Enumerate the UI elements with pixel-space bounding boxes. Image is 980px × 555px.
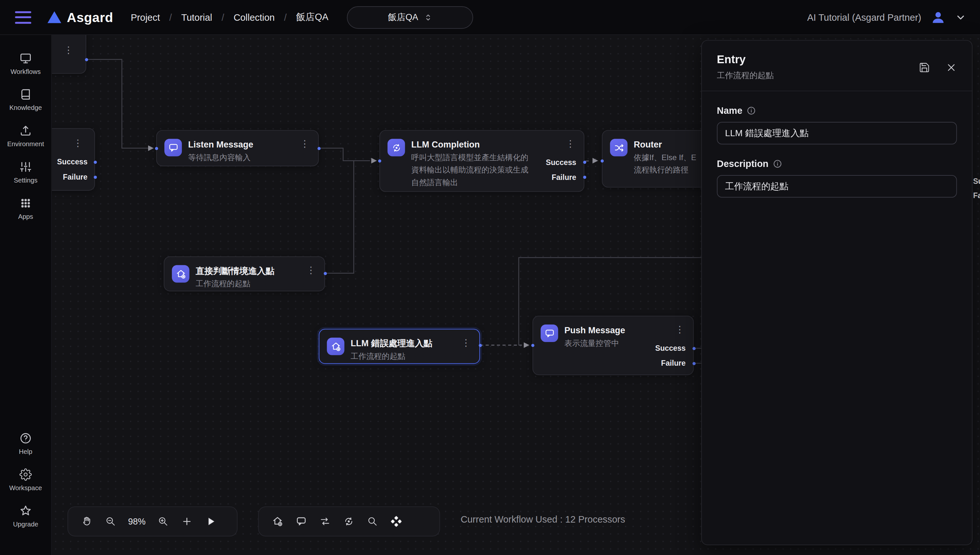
node-entry-direct[interactable]: 直接判斷情境進入點 工作流程的起點 ⋮: [164, 257, 325, 292]
entry-properties-panel: Entry 工作流程的起點 Name Description: [701, 40, 972, 545]
port-dot[interactable]: [692, 362, 695, 365]
info-icon[interactable]: [773, 159, 781, 168]
port-failure[interactable]: Failure: [661, 359, 686, 368]
port-dot[interactable]: [317, 146, 320, 150]
port-success[interactable]: Success: [655, 344, 686, 353]
kebab-menu-icon[interactable]: ⋮: [61, 45, 75, 56]
sidebar-item-apps[interactable]: Apps: [0, 190, 51, 226]
port-dot[interactable]: [378, 159, 381, 162]
app-logo[interactable]: Asgard: [48, 10, 114, 25]
chevron-down-icon[interactable]: [955, 12, 966, 23]
kebab-menu-icon[interactable]: ⋮: [70, 138, 85, 149]
port-dot[interactable]: [323, 272, 327, 275]
node-partial-left[interactable]: ⋮ Success Failure: [52, 128, 95, 191]
settings-icon: [19, 160, 32, 173]
sidebar-item-help[interactable]: Help: [0, 425, 51, 461]
breadcrumb-tutorial[interactable]: Tutorial: [181, 12, 212, 23]
port-dot[interactable]: [93, 175, 96, 179]
run-workflow-button[interactable]: [200, 512, 221, 532]
node-title: LLM 錯誤處理進入點: [351, 337, 432, 349]
sidebar-item-workflows[interactable]: Workflows: [0, 45, 51, 81]
port-dot[interactable]: [531, 343, 534, 347]
node-llm-completion[interactable]: LLM Completion 呼叫大型語言模型並產生結構化的 資料輸出以輔助流程…: [380, 130, 584, 192]
avatar-icon[interactable]: [930, 9, 946, 25]
info-icon[interactable]: [747, 106, 756, 115]
kebab-menu-icon[interactable]: ⋮: [298, 138, 312, 149]
port-dot[interactable]: [155, 146, 158, 150]
help-icon: [19, 432, 32, 444]
node-title: Push Message: [565, 324, 626, 336]
zoom-out-button[interactable]: [101, 512, 121, 532]
sidebar: Workflows Knowledge Environment Settings…: [0, 35, 52, 555]
node-entry-llm-error[interactable]: LLM 錯誤處理進入點 工作流程的起點 ⋮: [319, 329, 480, 364]
fit-view-button[interactable]: [386, 512, 407, 532]
chat-icon: [164, 139, 182, 156]
sidebar-item-knowledge[interactable]: Knowledge: [0, 81, 51, 118]
entry-home-icon: [172, 265, 189, 283]
port-dot[interactable]: [583, 175, 586, 179]
sidebar-label: Upgrade: [13, 520, 38, 528]
breadcrumb-collection[interactable]: Collection: [234, 12, 275, 23]
description-input[interactable]: [717, 175, 957, 197]
port-dot[interactable]: [600, 159, 604, 162]
port-failure-clipped[interactable]: Failure: [973, 191, 980, 201]
close-panel-button[interactable]: [943, 59, 959, 75]
breadcrumb-current[interactable]: 飯店QA: [296, 11, 328, 23]
sidebar-label: Workflows: [11, 67, 41, 75]
sidebar-item-workspace[interactable]: Workspace: [0, 461, 51, 497]
add-entry-node-button[interactable]: [267, 512, 287, 532]
sidebar-item-settings[interactable]: Settings: [0, 154, 51, 190]
add-button[interactable]: [177, 512, 197, 532]
kebab-menu-icon[interactable]: ⋮: [563, 138, 578, 149]
node-subtitle-line: 流程執行的路徑: [634, 164, 697, 176]
port-failure[interactable]: Failure: [63, 172, 88, 182]
entry-home-icon: [327, 337, 344, 355]
add-message-node-button[interactable]: [291, 512, 311, 532]
port-dot[interactable]: [93, 160, 96, 164]
panel-body: Name Description: [702, 91, 972, 212]
save-button[interactable]: [916, 59, 932, 75]
sidebar-item-upgrade[interactable]: Upgrade: [0, 497, 51, 534]
add-llm-node-button[interactable]: [339, 512, 359, 532]
node-push-message[interactable]: Push Message 表示流量控管中 ⋮ Success Failure: [532, 316, 694, 375]
breadcrumb-separator: /: [284, 12, 287, 23]
port-success[interactable]: Success: [546, 158, 576, 168]
kebab-menu-icon[interactable]: ⋮: [673, 324, 687, 335]
port-success-clipped[interactable]: Success: [973, 177, 980, 186]
topbar: Asgard Project / Tutorial / Collection /…: [0, 0, 980, 35]
node-subtitle-line: 呼叫大型語言模型並產生結構化的: [411, 151, 528, 164]
kebab-menu-icon[interactable]: ⋮: [459, 337, 473, 348]
node-partial-topleft[interactable]: ⋮: [52, 35, 86, 74]
port-success[interactable]: Success: [57, 157, 88, 167]
llm-icon: [388, 139, 405, 156]
workflow-selector[interactable]: 飯店QA: [347, 6, 474, 28]
port-failure[interactable]: Failure: [552, 173, 576, 183]
sidebar-item-environment[interactable]: Environment: [0, 118, 51, 154]
port-dot[interactable]: [85, 58, 88, 61]
kebab-menu-icon[interactable]: ⋮: [304, 265, 318, 276]
node-listen-message[interactable]: Listen Message 等待訊息內容輸入 ⋮: [156, 130, 319, 166]
hamburger-menu-icon[interactable]: [15, 11, 31, 24]
add-router-node-button[interactable]: [315, 512, 335, 532]
breadcrumb-separator: /: [169, 12, 172, 23]
sidebar-label: Environment: [7, 140, 44, 147]
sidebar-label: Settings: [14, 176, 37, 183]
node-subtitle: 等待訊息內容輸入: [188, 151, 253, 164]
sort-chevrons-icon: [424, 13, 432, 22]
port-dot[interactable]: [583, 160, 586, 164]
node-title: Listen Message: [188, 139, 253, 150]
port-dot[interactable]: [692, 346, 695, 350]
name-input[interactable]: [717, 122, 957, 144]
workflow-usage-status: Current Workflow Used : 12 Processors: [461, 514, 625, 525]
node-subtitle-line: 依據If、Else If、E: [634, 151, 697, 164]
name-label-text: Name: [717, 105, 743, 116]
zoom-in-button[interactable]: [153, 512, 173, 532]
pan-hand-button[interactable]: [77, 512, 97, 532]
port-dot[interactable]: [478, 343, 482, 347]
environment-icon: [19, 124, 32, 137]
description-label-text: Description: [717, 158, 769, 169]
canvas-controls-toolbar: 98%: [67, 506, 237, 537]
search-nodes-button[interactable]: [363, 512, 383, 532]
breadcrumb-project[interactable]: Project: [131, 12, 160, 23]
chat-icon: [541, 324, 558, 342]
